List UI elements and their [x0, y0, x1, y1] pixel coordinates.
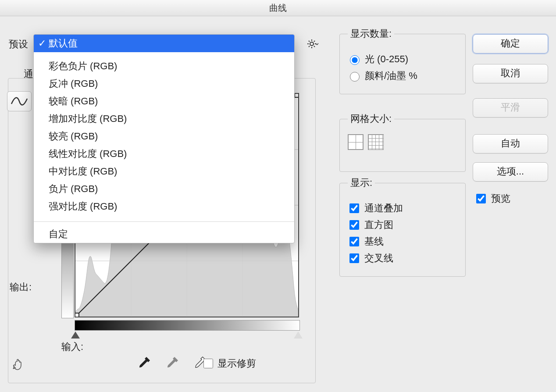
check-baseline[interactable]: 基线 — [348, 235, 457, 248]
eyedropper-black-icon[interactable] — [136, 355, 152, 371]
curve-mode-button[interactable] — [7, 91, 32, 111]
preview-checkbox[interactable]: 预览 — [474, 192, 510, 205]
radio-pigment[interactable]: 颜料/油墨 % — [348, 69, 457, 82]
check-intersection-input[interactable] — [349, 253, 359, 263]
preset-options-button[interactable] — [304, 37, 322, 51]
input-gradient — [75, 320, 300, 331]
curve-wave-icon — [11, 95, 28, 107]
white-point-slider[interactable] — [294, 331, 303, 339]
preset-item[interactable]: 较亮 (RGB) — [34, 128, 294, 145]
show-options-group: 显示: 通道叠加 直方图 基线 交叉线 — [339, 176, 466, 277]
preset-item[interactable]: 彩色负片 (RGB) — [34, 57, 294, 75]
svg-line-14 — [314, 41, 315, 42]
show-clipping-input[interactable] — [203, 359, 213, 368]
preset-item[interactable]: 负片 (RGB) — [34, 180, 294, 198]
check-intersection[interactable]: 交叉线 — [348, 252, 457, 265]
grid-size-legend: 网格大小: — [348, 112, 394, 125]
auto-button[interactable]: 自动 — [473, 134, 548, 153]
display-amount-group: 显示数量: 光 (0-255) 颜料/油墨 % — [339, 27, 466, 94]
preset-item[interactable]: 较暗 (RGB) — [34, 93, 294, 110]
preset-item-default[interactable]: 默认值 — [34, 35, 294, 52]
black-point-slider[interactable] — [71, 331, 80, 339]
radio-pigment-input[interactable] — [350, 72, 360, 82]
check-label: 通道叠加 — [364, 202, 403, 215]
check-channel-overlay-input[interactable] — [349, 203, 359, 213]
preset-label: 预设 — [9, 38, 28, 51]
svg-line-12 — [309, 41, 310, 42]
ok-button[interactable]: 确定 — [473, 34, 548, 53]
preset-item[interactable]: 中对比度 (RGB) — [34, 163, 294, 180]
radio-light-label: 光 (0-255) — [365, 53, 408, 66]
options-button[interactable]: 选项... — [473, 162, 548, 182]
gear-icon — [307, 39, 319, 49]
svg-line-15 — [309, 46, 310, 47]
hand-icon — [11, 356, 27, 372]
preset-item[interactable]: 反冲 (RGB) — [34, 75, 294, 93]
radio-pigment-label: 颜料/油墨 % — [365, 69, 417, 82]
grid-fine-button[interactable] — [368, 134, 384, 150]
preset-item[interactable]: 增加对比度 (RGB) — [34, 110, 294, 128]
radio-light-input[interactable] — [350, 55, 360, 65]
window-title: 曲线 — [0, 0, 556, 16]
grid-size-group: 网格大小: — [339, 112, 466, 172]
eyedropper-row — [136, 355, 208, 371]
check-baseline-input[interactable] — [349, 237, 359, 246]
channel-label: 通 — [24, 68, 33, 81]
curve-point-shadow[interactable] — [75, 313, 79, 317]
output-label: 输出: — [10, 281, 32, 294]
check-label: 交叉线 — [364, 252, 393, 265]
preview-label: 预览 — [491, 192, 510, 205]
check-label: 直方图 — [364, 218, 393, 232]
preview-input[interactable] — [476, 194, 486, 203]
preset-dropdown[interactable]: ▲▼ 默认值 彩色负片 (RGB)反冲 (RGB)较暗 (RGB)增加对比度 (… — [33, 34, 295, 243]
show-options-legend: 显示: — [348, 176, 375, 189]
cancel-button[interactable]: 取消 — [473, 64, 548, 83]
preset-item[interactable]: 强对比度 (RGB) — [34, 198, 294, 215]
radio-light[interactable]: 光 (0-255) — [348, 53, 457, 66]
check-histogram[interactable]: 直方图 — [348, 218, 457, 232]
eyedropper-gray-icon[interactable] — [164, 355, 180, 371]
curve-point-highlight[interactable] — [295, 94, 298, 97]
input-label: 输入: — [61, 340, 83, 353]
show-clipping-label: 显示修剪 — [217, 357, 256, 370]
svg-point-7 — [310, 42, 314, 46]
check-channel-overlay[interactable]: 通道叠加 — [348, 202, 457, 215]
preset-item-custom[interactable]: 自定 — [34, 225, 294, 243]
preset-item[interactable]: 线性对比度 (RGB) — [34, 145, 294, 163]
svg-line-13 — [314, 46, 315, 47]
check-histogram-input[interactable] — [349, 220, 359, 230]
check-label: 基线 — [364, 235, 384, 248]
smooth-button: 平滑 — [473, 98, 548, 118]
target-adjust-tool[interactable] — [10, 355, 29, 373]
display-amount-legend: 显示数量: — [348, 27, 394, 40]
show-clipping-checkbox[interactable]: 显示修剪 — [202, 357, 256, 370]
dropdown-separator — [34, 221, 294, 222]
grid-coarse-button[interactable] — [348, 134, 364, 150]
